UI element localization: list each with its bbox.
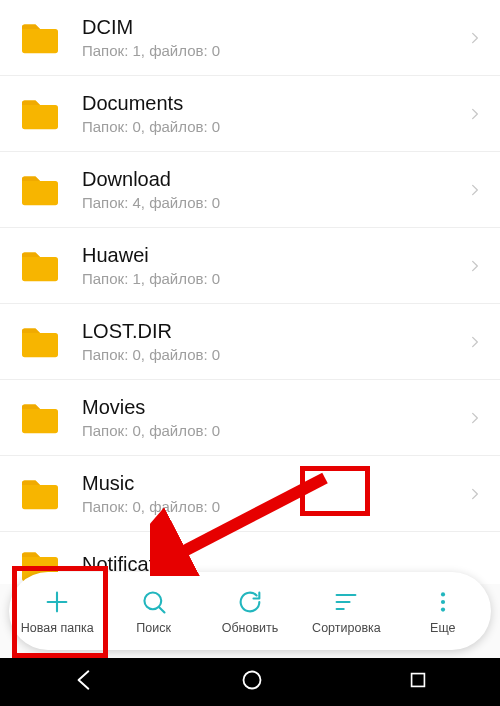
toolbar-label: Сортировка [312,621,381,635]
bottom-toolbar: Новая папка Поиск Обновить Сортировка Ещ… [9,572,491,650]
toolbar-label: Обновить [222,621,279,635]
search-button[interactable]: Поиск [105,572,201,650]
refresh-button[interactable]: Обновить [202,572,298,650]
folder-text: LOST.DIRПапок: 0, файлов: 0 [82,320,460,363]
folder-icon [18,400,62,436]
folder-icon [18,476,62,512]
more-vert-icon [429,587,457,617]
folder-meta: Папок: 0, файлов: 0 [82,422,460,439]
plus-icon [43,587,71,617]
chevron-right-icon [468,335,482,349]
folder-row[interactable]: DownloadПапок: 4, файлов: 0 [0,152,500,228]
svg-rect-5 [411,674,424,687]
folder-text: DCIMПапок: 1, файлов: 0 [82,16,460,59]
folder-text: DocumentsПапок: 0, файлов: 0 [82,92,460,135]
folder-icon [18,96,62,132]
chevron-right-icon [468,107,482,121]
folder-row[interactable]: LOST.DIRПапок: 0, файлов: 0 [0,304,500,380]
folder-row[interactable]: MoviesПапок: 0, файлов: 0 [0,380,500,456]
new-folder-button[interactable]: Новая папка [9,572,105,650]
more-button[interactable]: Еще [395,572,491,650]
android-navbar [0,658,500,706]
svg-point-3 [441,607,445,611]
folder-text: DownloadПапок: 4, файлов: 0 [82,168,460,211]
sort-icon [332,587,360,617]
folder-text: MusicПапок: 0, файлов: 0 [82,472,460,515]
svg-point-4 [243,672,260,689]
chevron-right-icon [468,487,482,501]
folder-name: Huawei [82,244,460,267]
sort-button[interactable]: Сортировка [298,572,394,650]
home-button[interactable] [240,668,264,696]
folder-name: DCIM [82,16,460,39]
chevron-right-icon [468,259,482,273]
toolbar-label: Поиск [136,621,171,635]
folder-icon [18,20,62,56]
chevron-right-icon [468,411,482,425]
folder-name: Download [82,168,460,191]
folder-text: MoviesПапок: 0, файлов: 0 [82,396,460,439]
search-icon [140,587,168,617]
folder-meta: Папок: 1, файлов: 0 [82,42,460,59]
folder-name: Documents [82,92,460,115]
folder-meta: Папок: 4, файлов: 0 [82,194,460,211]
folder-meta: Папок: 0, файлов: 0 [82,118,460,135]
folder-meta: Папок: 0, файлов: 0 [82,498,460,515]
folder-row[interactable]: HuaweiПапок: 1, файлов: 0 [0,228,500,304]
folder-icon [18,324,62,360]
toolbar-label: Новая папка [21,621,94,635]
folder-name: Music [82,472,460,495]
folder-text: HuaweiПапок: 1, файлов: 0 [82,244,460,287]
folder-row[interactable]: DocumentsПапок: 0, файлов: 0 [0,76,500,152]
folder-icon [18,172,62,208]
folder-row[interactable]: DCIMПапок: 1, файлов: 0 [0,0,500,76]
chevron-right-icon [468,31,482,45]
svg-point-2 [441,600,445,604]
folder-list: DCIMПапок: 1, файлов: 0DocumentsПапок: 0… [0,0,500,584]
folder-name: LOST.DIR [82,320,460,343]
recents-button[interactable] [407,669,429,695]
chevron-right-icon [468,183,482,197]
folder-icon [18,248,62,284]
svg-point-1 [441,592,445,596]
refresh-icon [236,587,264,617]
back-button[interactable] [71,667,97,697]
toolbar-label: Еще [430,621,455,635]
folder-meta: Папок: 1, файлов: 0 [82,270,460,287]
folder-row[interactable]: MusicПапок: 0, файлов: 0 [0,456,500,532]
folder-meta: Папок: 0, файлов: 0 [82,346,460,363]
folder-name: Movies [82,396,460,419]
